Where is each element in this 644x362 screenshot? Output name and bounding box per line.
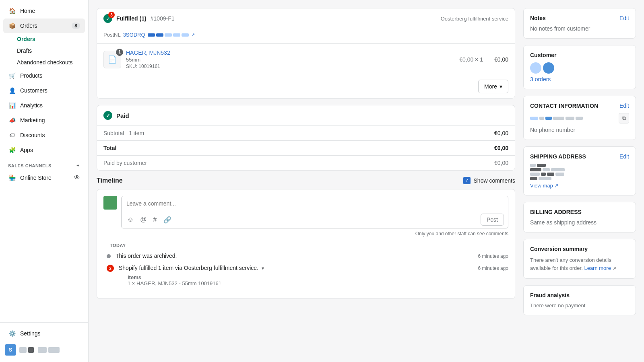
notes-edit-link[interactable]: Edit: [619, 15, 629, 21]
conversion-title: Conversion summary: [530, 246, 588, 252]
home-icon: 🏠: [8, 7, 16, 15]
discounts-icon: 🏷: [8, 131, 16, 139]
tracking-carrier: PostNL: [103, 32, 121, 38]
conversion-learn-more-link[interactable]: Learn more: [584, 265, 611, 271]
sidebar-item-customers[interactable]: 👤 Customers: [3, 83, 85, 98]
orders-icon: 📦: [8, 22, 16, 30]
show-comments-toggle[interactable]: ✓ Show comments: [463, 177, 515, 184]
more-button[interactable]: More ▾: [478, 80, 508, 93]
sidebar-item-marketing[interactable]: 📣 Marketing: [3, 113, 85, 128]
timeline-header: Timeline ✓ Show comments: [97, 177, 515, 189]
payment-subtotal-row: Subtotal 1 item €0,00: [97, 126, 515, 140]
payment-total-row: Total €0,00: [97, 140, 515, 155]
external-link-icon-map: ↗: [554, 183, 559, 189]
sidebar-label-discounts: Discounts: [20, 132, 45, 138]
emoji-button[interactable]: ☺: [126, 215, 135, 224]
sales-channels-label: SALES CHANNELS ＋: [0, 158, 88, 170]
tracking-bar: [148, 33, 189, 37]
fraud-title: Fraud analysis: [530, 292, 570, 298]
add-channel-icon[interactable]: ＋: [76, 162, 80, 169]
content-area: ✓ 3 Fulfilled (1) #1009-F1 Oosterberg fu…: [89, 0, 644, 362]
products-icon: 🛒: [8, 72, 16, 80]
fulfilled-card: ✓ 3 Fulfilled (1) #1009-F1 Oosterberg fu…: [97, 8, 515, 99]
sidebar-item-orders[interactable]: 📦 Orders 8: [3, 19, 85, 33]
center-column: ✓ 3 Fulfilled (1) #1009-F1 Oosterberg fu…: [97, 8, 515, 354]
sidebar-sub-item-orders[interactable]: Orders: [17, 33, 85, 45]
sidebar-sub-item-abandoned[interactable]: Abandoned checkouts: [17, 57, 85, 68]
sidebar-item-apps[interactable]: 🧩 Apps: [3, 143, 85, 157]
fulfilled-service: Oosterberg fulfillment service: [441, 16, 508, 22]
comment-input-wrap: ☺ @ # 🔗 Post: [121, 196, 508, 228]
store-eye-icon: 👁: [74, 174, 80, 181]
product-name-link[interactable]: HAGER, MJN532: [126, 49, 170, 56]
marketing-icon: 📣: [8, 116, 16, 124]
notes-header: Notes Edit: [530, 15, 629, 21]
tracking-link[interactable]: 3SGDRQ: [123, 32, 145, 38]
addr-row-2: [530, 168, 629, 171]
timeline-event-archived-time: 6 minutes ago: [478, 253, 508, 259]
orders-badge: 8: [72, 23, 80, 29]
shipping-edit-link[interactable]: Edit: [619, 153, 629, 160]
sidebar-item-discounts[interactable]: 🏷 Discounts: [3, 128, 85, 142]
tracking-seg-1: [148, 33, 155, 37]
post-button[interactable]: Post: [481, 214, 504, 226]
sidebar-item-settings[interactable]: ⚙️ Settings: [3, 326, 85, 341]
view-map-link[interactable]: View map ↗: [530, 183, 629, 189]
timeline-card: ☺ @ # 🔗 Post Only you and other staff ca…: [97, 189, 515, 299]
fulfilled-title: Fulfilled (1): [116, 15, 147, 22]
addr-seg-a2: [537, 164, 546, 167]
contact-edit-link[interactable]: Edit: [619, 103, 629, 109]
contact-title: CONTACT INFORMATION: [530, 103, 598, 109]
customer-orders-link[interactable]: 3 orders: [530, 76, 551, 82]
tracking-seg-3: [165, 33, 172, 37]
timeline-title: Timeline: [97, 177, 123, 184]
contact-header: CONTACT INFORMATION Edit: [530, 103, 629, 109]
addr-seg-d1: [530, 177, 537, 180]
tracking-seg-5: [182, 33, 189, 37]
customer-avatar-1: [530, 62, 541, 74]
user-bar[interactable]: S: [0, 341, 88, 359]
timeline-event-archived: This order was archived. 6 minutes ago: [103, 253, 508, 259]
paid-title: Paid: [116, 112, 129, 119]
sidebar-label-online-store: Online Store: [20, 175, 52, 181]
payment-total-amount: €0,00: [494, 145, 508, 151]
sidebar-label-marketing: Marketing: [20, 117, 45, 123]
sidebar-item-analytics[interactable]: 📊 Analytics: [3, 98, 85, 113]
comment-input[interactable]: [122, 196, 508, 211]
sidebar-bottom: ⚙️ Settings S: [0, 322, 88, 362]
email-copy-icon[interactable]: ⧉: [619, 113, 629, 123]
fulfilled-status-icon: ✓ 3: [103, 14, 112, 23]
payment-subtotal-label: Subtotal 1 item: [103, 130, 144, 136]
sidebar-item-online-store[interactable]: 🏪 Online Store 👁: [3, 171, 85, 185]
product-row: 📄 1 HAGER, MJN532 55mm SKU: 10019161 €0,…: [97, 44, 515, 75]
attachment-button[interactable]: 🔗: [162, 215, 173, 224]
right-column: Notes Edit No notes from customer Custom…: [523, 8, 636, 354]
sidebar-item-home[interactable]: 🏠 Home: [3, 4, 85, 18]
expand-fulfilled-button[interactable]: ▾: [260, 265, 266, 271]
mention-button[interactable]: @: [138, 215, 148, 224]
email-seg-1: [530, 117, 538, 120]
sidebar-sub-item-drafts[interactable]: Drafts: [17, 45, 85, 56]
product-price: €0,00 × 1: [459, 56, 483, 63]
timeline-event-fulfilled-time: 6 minutes ago: [478, 265, 508, 271]
sidebar-nav: 🏠 Home 📦 Orders 8 Orders Drafts Abandone…: [0, 0, 88, 189]
timeline-events: TODAY This order was archived. 6 minutes…: [103, 243, 508, 286]
hashtag-button[interactable]: #: [152, 215, 159, 224]
addr-seg-c4: [555, 173, 564, 176]
more-chevron-icon: ▾: [500, 83, 502, 90]
timeline-section: Timeline ✓ Show comments ☺: [97, 177, 515, 299]
conversion-card: Conversion summary There aren't any conv…: [523, 239, 636, 279]
customer-avatar-2: [543, 62, 554, 74]
sidebar-label-orders: Orders: [20, 23, 37, 29]
main-content: ✓ 3 Fulfilled (1) #1009-F1 Oosterberg fu…: [89, 0, 644, 362]
sidebar-item-products[interactable]: 🛒 Products: [3, 68, 85, 83]
tracking-seg-2: [156, 33, 163, 37]
timeline-event-fulfilled: 2 Shopify fulfilled 1 item via Oosterber…: [103, 265, 508, 286]
shipping-address-block: [530, 164, 629, 180]
sidebar: 🏠 Home 📦 Orders 8 Orders Drafts Abandone…: [0, 0, 89, 362]
more-button-label: More: [484, 83, 497, 90]
timeline-event-archived-text: This order was archived.: [116, 253, 478, 259]
payment-paid-label: Paid by customer: [103, 160, 147, 166]
store-icon: 🏪: [8, 174, 16, 182]
customer-header: Customer: [530, 52, 629, 58]
